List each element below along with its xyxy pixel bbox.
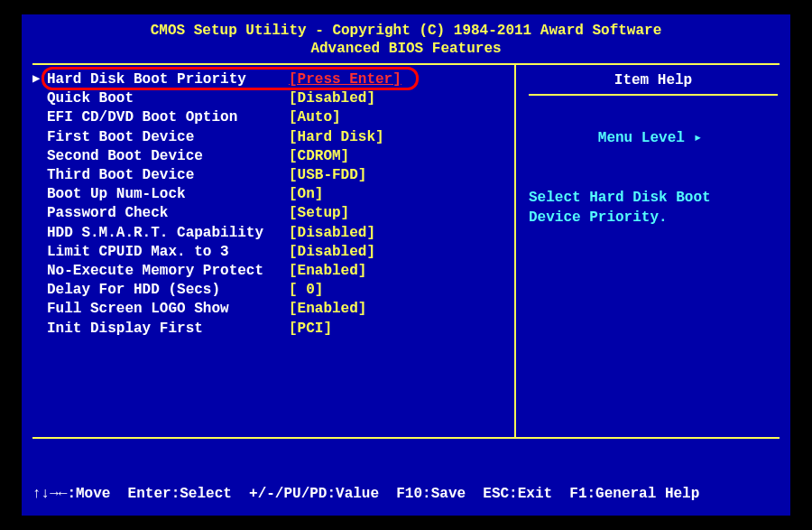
help-divider bbox=[529, 94, 778, 96]
item-boot-up-num-lock[interactable]: Boot Up Num-Lock [On] bbox=[22, 185, 514, 204]
item-value: [Disabled] bbox=[289, 243, 375, 262]
item-hard-disk-boot-priority[interactable]: Hard Disk Boot Priority [Press Enter] bbox=[22, 70, 514, 89]
menu-level-label: Menu Level bbox=[598, 130, 685, 146]
header: CMOS Setup Utility - Copyright (C) 1984-… bbox=[22, 14, 790, 58]
item-limit-cpuid-max[interactable]: Limit CPUID Max. to 3 [Disabled] bbox=[22, 243, 514, 262]
item-label: Limit CPUID Max. to 3 bbox=[47, 243, 289, 262]
footer-keys: ↑↓→←:Move Enter:Select +/-/PU/PD:Value F… bbox=[22, 439, 790, 530]
item-value: [PCI] bbox=[289, 320, 332, 339]
item-label: Init Display First bbox=[47, 320, 289, 339]
item-value: [Disabled] bbox=[289, 224, 375, 243]
menu-level: Menu Level▸ bbox=[529, 108, 778, 168]
item-first-boot-device[interactable]: First Boot Device [Hard Disk] bbox=[22, 128, 514, 147]
help-text-line1: Select Hard Disk Boot bbox=[529, 188, 778, 208]
item-quick-boot[interactable]: Quick Boot [Disabled] bbox=[22, 89, 514, 108]
item-third-boot-device[interactable]: Third Boot Device [USB-FDD] bbox=[22, 166, 514, 185]
item-no-execute-memory-protect[interactable]: No-Execute Memory Protect [Enabled] bbox=[22, 262, 514, 281]
item-label: No-Execute Memory Protect bbox=[47, 262, 289, 281]
help-text-line2: Device Priority. bbox=[529, 208, 778, 228]
item-second-boot-device[interactable]: Second Boot Device [CDROM] bbox=[22, 147, 514, 166]
help-text: Select Hard Disk Boot Device Priority. bbox=[529, 188, 778, 228]
item-efi-cd-dvd-boot-option[interactable]: EFI CD/DVD Boot Option [Auto] bbox=[22, 108, 514, 127]
chevron-right-icon: ▸ bbox=[694, 128, 703, 148]
help-pane: Item Help Menu Level▸ Select Hard Disk B… bbox=[516, 65, 790, 437]
item-value: [ 0] bbox=[289, 281, 323, 300]
content-area: ▶ Hard Disk Boot Priority [Press Enter] … bbox=[22, 65, 790, 437]
item-password-check[interactable]: Password Check [Setup] bbox=[22, 204, 514, 223]
item-full-screen-logo-show[interactable]: Full Screen LOGO Show [Enabled] bbox=[22, 300, 514, 319]
item-value: [Setup] bbox=[289, 204, 349, 223]
item-label: HDD S.M.A.R.T. Capability bbox=[47, 224, 289, 243]
item-label: Quick Boot bbox=[47, 89, 289, 108]
item-init-display-first[interactable]: Init Display First [PCI] bbox=[22, 320, 514, 339]
item-value: [Auto] bbox=[289, 108, 341, 127]
settings-list[interactable]: ▶ Hard Disk Boot Priority [Press Enter] … bbox=[22, 65, 516, 437]
item-value: [Disabled] bbox=[289, 89, 375, 108]
item-label: Hard Disk Boot Priority bbox=[47, 70, 289, 89]
item-value: [Enabled] bbox=[289, 300, 366, 319]
item-label: Boot Up Num-Lock bbox=[47, 185, 289, 204]
item-value: [CDROM] bbox=[289, 147, 349, 166]
item-delay-for-hdd[interactable]: Delay For HDD (Secs) [ 0] bbox=[22, 281, 514, 300]
cursor-icon: ▶ bbox=[32, 70, 40, 86]
footer-line1: ↑↓→←:Move Enter:Select +/-/PU/PD:Value F… bbox=[32, 484, 780, 504]
item-value: [Hard Disk] bbox=[289, 128, 384, 147]
item-value: [Press Enter] bbox=[289, 70, 401, 89]
item-label: Delay For HDD (Secs) bbox=[47, 281, 289, 300]
item-label: First Boot Device bbox=[47, 128, 289, 147]
item-value: [USB-FDD] bbox=[289, 166, 366, 185]
help-title: Item Help bbox=[529, 65, 778, 94]
bios-screen: CMOS Setup Utility - Copyright (C) 1984-… bbox=[22, 14, 790, 516]
header-title-line1: CMOS Setup Utility - Copyright (C) 1984-… bbox=[22, 22, 790, 40]
item-label: Full Screen LOGO Show bbox=[47, 300, 289, 319]
item-label: Second Boot Device bbox=[47, 147, 289, 166]
item-label: EFI CD/DVD Boot Option bbox=[47, 108, 289, 127]
item-value: [On] bbox=[289, 185, 323, 204]
header-title-line2: Advanced BIOS Features bbox=[22, 40, 790, 58]
item-value: [Enabled] bbox=[289, 262, 366, 281]
item-hdd-smart-capability[interactable]: HDD S.M.A.R.T. Capability [Disabled] bbox=[22, 224, 514, 243]
item-label: Password Check bbox=[47, 204, 289, 223]
item-label: Third Boot Device bbox=[47, 166, 289, 185]
